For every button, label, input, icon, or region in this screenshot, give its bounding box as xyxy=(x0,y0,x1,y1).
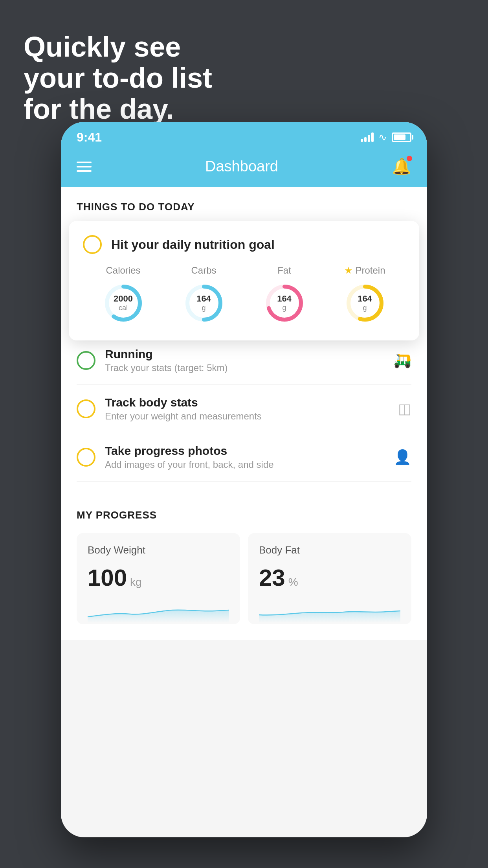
main-content: THINGS TO DO TODAY Hit your daily nutrit… xyxy=(61,187,427,640)
nutrition-title: Hit your daily nutrition goal xyxy=(111,237,275,252)
notification-bell-icon[interactable]: 🔔 xyxy=(392,157,411,176)
hamburger-menu[interactable] xyxy=(77,162,92,172)
hero-line3: for the day. xyxy=(24,94,212,125)
protein-ring: 164 g xyxy=(343,281,387,325)
carbs-value: 164 g xyxy=(196,294,211,313)
body-weight-number: 100 xyxy=(88,564,127,591)
nutrition-checkbox[interactable] xyxy=(83,235,102,254)
nav-bar: Dashboard 🔔 xyxy=(61,149,427,187)
nutrition-card: Hit your daily nutrition goal Calories 2… xyxy=(69,221,419,340)
carbs-label: Carbs xyxy=(191,265,216,276)
calories-label: Calories xyxy=(106,265,140,276)
body-weight-value-container: 100 kg xyxy=(88,564,229,591)
hero-line2: your to-do list xyxy=(24,63,212,94)
photos-title: Take progress photos xyxy=(105,444,384,458)
carbs-ring: 164 g xyxy=(182,281,226,325)
fat-value: 164 g xyxy=(277,294,292,313)
person-icon: 👤 xyxy=(394,449,411,465)
calories-metric: Calories 2000 cal xyxy=(102,265,145,325)
body-weight-chart xyxy=(88,599,229,623)
star-icon: ★ xyxy=(344,265,353,276)
body-fat-card[interactable]: Body Fat 23 % xyxy=(248,533,411,624)
protein-label: ★ Protein xyxy=(344,265,385,276)
body-fat-number: 23 xyxy=(259,564,285,591)
status-time: 9:41 xyxy=(77,130,102,145)
todo-list: Running Track your stats (target: 5km) 🛺… xyxy=(61,337,427,482)
body-weight-label: Body Weight xyxy=(88,544,229,556)
progress-section-title: MY PROGRESS xyxy=(77,509,411,521)
running-text: Running Track your stats (target: 5km) xyxy=(105,348,384,373)
fat-label: Fat xyxy=(277,265,291,276)
things-to-do-title: THINGS TO DO TODAY xyxy=(77,201,195,213)
photos-subtitle: Add images of your front, back, and side xyxy=(105,459,384,470)
todo-item-body-stats[interactable]: Track body stats Enter your weight and m… xyxy=(77,385,411,433)
body-weight-card[interactable]: Body Weight 100 kg xyxy=(77,533,240,624)
body-weight-unit: kg xyxy=(130,576,142,588)
signal-icon xyxy=(361,132,374,142)
nutrition-metrics-row: Calories 2000 cal Carbs xyxy=(83,265,405,325)
battery-icon xyxy=(392,132,411,142)
nutrition-item-header: Hit your daily nutrition goal xyxy=(83,235,405,254)
carbs-metric: Carbs 164 g xyxy=(182,265,226,325)
calories-value: 2000 cal xyxy=(114,294,133,313)
body-fat-chart xyxy=(259,599,400,623)
body-stats-title: Track body stats xyxy=(105,396,389,409)
notification-dot xyxy=(407,156,412,161)
fat-metric: Fat 164 g xyxy=(263,265,306,325)
body-fat-label: Body Fat xyxy=(259,544,400,556)
shoe-icon: 🛺 xyxy=(394,352,411,369)
body-fat-value-container: 23 % xyxy=(259,564,400,591)
scale-icon: ◫ xyxy=(398,401,411,417)
status-icons: ∿ xyxy=(361,131,411,143)
running-checkbox[interactable] xyxy=(77,351,95,370)
protein-metric: ★ Protein 164 g xyxy=(343,265,387,325)
things-to-do-header: THINGS TO DO TODAY xyxy=(61,187,427,221)
progress-section: MY PROGRESS Body Weight 100 kg xyxy=(61,493,427,640)
photos-text: Take progress photos Add images of your … xyxy=(105,444,384,470)
nav-title: Dashboard xyxy=(205,158,278,175)
fat-ring: 164 g xyxy=(263,281,306,325)
phone-frame: 9:41 ∿ Dashboard 🔔 THINGS TO DO TODAY xyxy=(61,122,427,837)
body-stats-subtitle: Enter your weight and measurements xyxy=(105,411,389,422)
todo-item-running[interactable]: Running Track your stats (target: 5km) 🛺 xyxy=(77,337,411,385)
status-bar: 9:41 ∿ xyxy=(61,122,427,149)
running-title: Running xyxy=(105,348,384,361)
progress-cards: Body Weight 100 kg xyxy=(77,533,411,624)
body-fat-unit: % xyxy=(288,576,298,588)
running-subtitle: Track your stats (target: 5km) xyxy=(105,362,384,373)
body-stats-checkbox[interactable] xyxy=(77,399,95,418)
todo-item-photos[interactable]: Take progress photos Add images of your … xyxy=(77,433,411,482)
wifi-icon: ∿ xyxy=(378,131,387,143)
body-stats-text: Track body stats Enter your weight and m… xyxy=(105,396,389,422)
hero-line1: Quickly see xyxy=(24,31,212,63)
photos-checkbox[interactable] xyxy=(77,448,95,467)
calories-ring: 2000 cal xyxy=(102,281,145,325)
hero-text: Quickly see your to-do list for the day. xyxy=(24,31,212,125)
protein-value: 164 g xyxy=(358,294,372,313)
